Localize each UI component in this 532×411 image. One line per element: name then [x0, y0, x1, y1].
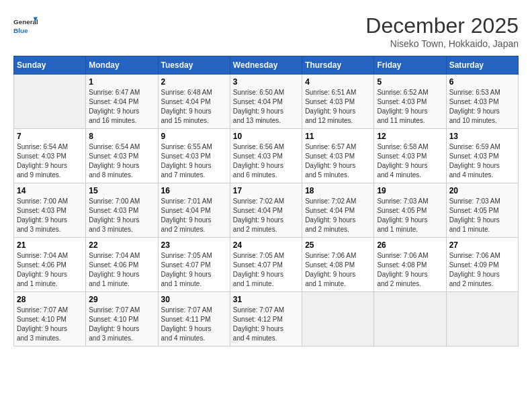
day-header-tuesday: Tuesday — [158, 56, 230, 75]
day-info: Sunrise: 6:51 AM Sunset: 4:03 PM Dayligh… — [305, 88, 371, 126]
day-number: 22 — [89, 240, 154, 250]
calendar-week-row: 1Sunrise: 6:47 AM Sunset: 4:04 PM Daylig… — [14, 75, 519, 129]
day-info: Sunrise: 7:01 AM Sunset: 4:04 PM Dayligh… — [161, 197, 227, 234]
calendar-cell: 24Sunrise: 7:05 AM Sunset: 4:07 PM Dayli… — [230, 238, 302, 292]
calendar-cell: 13Sunrise: 6:59 AM Sunset: 4:03 PM Dayli… — [446, 129, 518, 183]
calendar-week-row: 28Sunrise: 7:07 AM Sunset: 4:10 PM Dayli… — [14, 292, 519, 347]
logo: General Blue — [13, 13, 39, 38]
calendar-cell: 23Sunrise: 7:05 AM Sunset: 4:07 PM Dayli… — [158, 238, 230, 292]
calendar-cell — [302, 292, 374, 347]
day-number: 11 — [305, 132, 371, 141]
calendar-cell: 6Sunrise: 6:53 AM Sunset: 4:03 PM Daylig… — [446, 75, 518, 129]
calendar-cell: 3Sunrise: 6:50 AM Sunset: 4:04 PM Daylig… — [230, 75, 302, 129]
title-section: December 2025 Niseko Town, Hokkaido, Jap… — [365, 13, 519, 49]
calendar-cell — [446, 292, 518, 347]
day-number: 29 — [89, 295, 154, 304]
day-number: 21 — [17, 240, 83, 250]
day-info: Sunrise: 6:53 AM Sunset: 4:03 PM Dayligh… — [449, 88, 515, 126]
calendar-cell: 5Sunrise: 6:52 AM Sunset: 4:03 PM Daylig… — [374, 75, 446, 129]
day-info: Sunrise: 7:07 AM Sunset: 4:12 PM Dayligh… — [233, 306, 299, 343]
location: Niseko Town, Hokkaido, Japan — [365, 38, 519, 49]
day-info: Sunrise: 7:07 AM Sunset: 4:11 PM Dayligh… — [161, 306, 227, 343]
day-number: 25 — [305, 240, 371, 250]
calendar-cell: 30Sunrise: 7:07 AM Sunset: 4:11 PM Dayli… — [158, 292, 230, 347]
calendar-week-row: 14Sunrise: 7:00 AM Sunset: 4:03 PM Dayli… — [14, 183, 519, 238]
day-info: Sunrise: 6:59 AM Sunset: 4:03 PM Dayligh… — [449, 142, 515, 180]
day-info: Sunrise: 6:47 AM Sunset: 4:04 PM Dayligh… — [89, 88, 154, 126]
calendar-table: SundayMondayTuesdayWednesdayThursdayFrid… — [13, 56, 519, 347]
calendar-cell: 26Sunrise: 7:06 AM Sunset: 4:08 PM Dayli… — [374, 238, 446, 292]
calendar-cell — [374, 292, 446, 347]
day-info: Sunrise: 6:58 AM Sunset: 4:03 PM Dayligh… — [377, 142, 443, 180]
day-info: Sunrise: 7:00 AM Sunset: 4:03 PM Dayligh… — [17, 197, 83, 234]
day-header-monday: Monday — [86, 56, 158, 75]
calendar-cell: 16Sunrise: 7:01 AM Sunset: 4:04 PM Dayli… — [158, 183, 230, 238]
day-number: 31 — [233, 295, 299, 304]
day-number: 24 — [233, 240, 299, 250]
day-number: 2 — [161, 77, 227, 87]
day-number: 27 — [449, 240, 515, 250]
day-header-sunday: Sunday — [14, 56, 86, 75]
day-header-friday: Friday — [374, 56, 446, 75]
day-info: Sunrise: 7:02 AM Sunset: 4:04 PM Dayligh… — [305, 197, 371, 234]
calendar-header: SundayMondayTuesdayWednesdayThursdayFrid… — [14, 56, 519, 75]
day-info: Sunrise: 6:57 AM Sunset: 4:03 PM Dayligh… — [305, 142, 371, 180]
day-number: 16 — [161, 186, 227, 195]
calendar-cell: 12Sunrise: 6:58 AM Sunset: 4:03 PM Dayli… — [374, 129, 446, 183]
calendar-cell: 15Sunrise: 7:00 AM Sunset: 4:03 PM Dayli… — [86, 183, 158, 238]
day-info: Sunrise: 6:56 AM Sunset: 4:03 PM Dayligh… — [233, 142, 299, 180]
day-number: 4 — [305, 77, 371, 87]
day-number: 5 — [377, 77, 443, 87]
calendar-cell — [14, 75, 86, 129]
day-info: Sunrise: 7:03 AM Sunset: 4:05 PM Dayligh… — [377, 197, 443, 234]
calendar-cell: 7Sunrise: 6:54 AM Sunset: 4:03 PM Daylig… — [14, 129, 86, 183]
day-number: 26 — [377, 240, 443, 250]
day-number: 1 — [89, 77, 154, 87]
page-header: General Blue December 2025 Niseko Town, … — [13, 13, 519, 49]
day-info: Sunrise: 7:04 AM Sunset: 4:06 PM Dayligh… — [17, 251, 83, 289]
day-info: Sunrise: 7:07 AM Sunset: 4:10 PM Dayligh… — [17, 306, 83, 343]
calendar-cell: 28Sunrise: 7:07 AM Sunset: 4:10 PM Dayli… — [14, 292, 86, 347]
day-number: 13 — [449, 132, 515, 141]
day-number: 30 — [161, 295, 227, 304]
calendar-cell: 29Sunrise: 7:07 AM Sunset: 4:10 PM Dayli… — [86, 292, 158, 347]
day-info: Sunrise: 6:55 AM Sunset: 4:03 PM Dayligh… — [161, 142, 227, 180]
day-info: Sunrise: 7:06 AM Sunset: 4:08 PM Dayligh… — [305, 251, 371, 289]
day-number: 10 — [233, 132, 299, 141]
calendar-cell: 17Sunrise: 7:02 AM Sunset: 4:04 PM Dayli… — [230, 183, 302, 238]
day-info: Sunrise: 6:52 AM Sunset: 4:03 PM Dayligh… — [377, 88, 443, 126]
logo-icon: General Blue — [13, 13, 38, 38]
day-number: 19 — [377, 186, 443, 195]
day-number: 18 — [305, 186, 371, 195]
calendar-cell: 4Sunrise: 6:51 AM Sunset: 4:03 PM Daylig… — [302, 75, 374, 129]
day-number: 17 — [233, 186, 299, 195]
calendar-week-row: 7Sunrise: 6:54 AM Sunset: 4:03 PM Daylig… — [14, 129, 519, 183]
day-number: 9 — [161, 132, 227, 141]
day-number: 7 — [17, 132, 83, 141]
day-number: 15 — [89, 186, 154, 195]
day-header-thursday: Thursday — [302, 56, 374, 75]
day-number: 8 — [89, 132, 154, 141]
day-info: Sunrise: 7:07 AM Sunset: 4:10 PM Dayligh… — [89, 306, 154, 343]
day-info: Sunrise: 7:04 AM Sunset: 4:06 PM Dayligh… — [89, 251, 154, 289]
day-info: Sunrise: 7:03 AM Sunset: 4:05 PM Dayligh… — [449, 197, 515, 234]
calendar-cell: 25Sunrise: 7:06 AM Sunset: 4:08 PM Dayli… — [302, 238, 374, 292]
calendar-cell: 11Sunrise: 6:57 AM Sunset: 4:03 PM Dayli… — [302, 129, 374, 183]
calendar-cell: 18Sunrise: 7:02 AM Sunset: 4:04 PM Dayli… — [302, 183, 374, 238]
calendar-cell: 9Sunrise: 6:55 AM Sunset: 4:03 PM Daylig… — [158, 129, 230, 183]
day-number: 28 — [17, 295, 83, 304]
day-info: Sunrise: 6:54 AM Sunset: 4:03 PM Dayligh… — [17, 142, 83, 180]
calendar-cell: 21Sunrise: 7:04 AM Sunset: 4:06 PM Dayli… — [14, 238, 86, 292]
svg-text:Blue: Blue — [13, 27, 28, 34]
calendar-week-row: 21Sunrise: 7:04 AM Sunset: 4:06 PM Dayli… — [14, 238, 519, 292]
calendar-cell: 20Sunrise: 7:03 AM Sunset: 4:05 PM Dayli… — [446, 183, 518, 238]
day-info: Sunrise: 7:06 AM Sunset: 4:08 PM Dayligh… — [377, 251, 443, 289]
calendar-cell: 14Sunrise: 7:00 AM Sunset: 4:03 PM Dayli… — [14, 183, 86, 238]
day-number: 12 — [377, 132, 443, 141]
day-number: 23 — [161, 240, 227, 250]
month-title: December 2025 — [365, 13, 519, 38]
calendar-cell: 31Sunrise: 7:07 AM Sunset: 4:12 PM Dayli… — [230, 292, 302, 347]
day-info: Sunrise: 7:00 AM Sunset: 4:03 PM Dayligh… — [89, 197, 154, 234]
day-number: 14 — [17, 186, 83, 195]
day-info: Sunrise: 7:05 AM Sunset: 4:07 PM Dayligh… — [161, 251, 227, 289]
